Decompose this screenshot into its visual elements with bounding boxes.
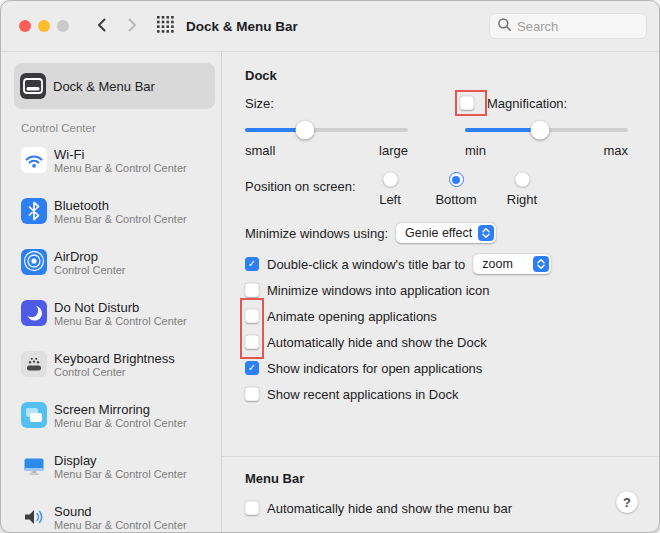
sidebar-item-subtitle: Menu Bar & Control Center	[54, 162, 187, 175]
show-indicators-label: Show indicators for open applications	[267, 361, 482, 376]
option-show-indicators: Show indicators for open applications	[245, 355, 629, 381]
chevron-right-icon	[124, 16, 140, 37]
sidebar-item-subtitle: Menu Bar & Control Center	[54, 315, 187, 328]
magnification-label: Magnification:	[487, 96, 567, 111]
popup-value: zoom	[482, 257, 513, 271]
sidebar-item-label: Sound	[54, 504, 187, 519]
option-show-recent: Show recent applications in Dock	[245, 381, 629, 407]
sidebar-item-do-not-disturb[interactable]: Do Not Disturb Menu Bar & Control Center	[1, 298, 221, 349]
autohide-dock-checkbox[interactable]	[245, 335, 259, 349]
magnification-checkbox[interactable]	[460, 96, 474, 110]
help-button[interactable]: ?	[616, 491, 638, 513]
sidebar-item-display[interactable]: Display Menu Bar & Control Center	[1, 451, 221, 502]
sidebar-item-keyboard-brightness[interactable]: Keyboard Brightness Control Center	[1, 349, 221, 400]
menu-bar-heading: Menu Bar	[245, 471, 637, 486]
minimize-into-icon-checkbox[interactable]	[245, 283, 259, 297]
sidebar-item-screen-mirroring[interactable]: Screen Mirroring Menu Bar & Control Cent…	[1, 400, 221, 451]
option-minimize-into-icon: Minimize windows into application icon	[245, 277, 629, 303]
question-mark-icon: ?	[623, 495, 631, 510]
autohide-menu-bar-label: Automatically hide and show the menu bar	[267, 501, 512, 516]
double-click-checkbox[interactable]	[245, 257, 259, 271]
keyboard-brightness-icon	[21, 351, 47, 377]
search-field[interactable]	[489, 13, 647, 39]
option-animate-opening: Animate opening applications	[245, 303, 629, 329]
sidebar-item-label: Bluetooth	[54, 198, 187, 213]
radio-right-label: Right	[507, 192, 537, 207]
option-autohide-dock: Automatically hide and show the Dock	[245, 329, 629, 355]
sidebar-item-bluetooth[interactable]: Bluetooth Menu Bar & Control Center	[1, 196, 221, 247]
minimize-using-label: Minimize windows using:	[245, 226, 388, 241]
sidebar-item-dock-menu-bar[interactable]: Dock & Menu Bar	[14, 63, 215, 109]
window-title: Dock & Menu Bar	[186, 19, 298, 34]
show-all-button[interactable]	[157, 16, 174, 36]
radio-left[interactable]	[383, 172, 398, 187]
double-click-action-popup[interactable]: zoom	[473, 254, 551, 274]
position-option-left[interactable]: Left	[357, 170, 423, 207]
size-slider[interactable]	[245, 119, 408, 141]
minimize-effect-popup[interactable]: Genie effect	[396, 223, 496, 243]
show-recent-label: Show recent applications in Dock	[267, 387, 459, 402]
sidebar-item-airdrop[interactable]: AirDrop Control Center	[1, 247, 221, 298]
screen-mirroring-icon	[21, 402, 47, 428]
popup-stepper-icon	[478, 225, 494, 241]
minimize-into-icon-label: Minimize windows into application icon	[267, 283, 490, 298]
dock-section: Dock Size: Magnification:	[222, 52, 659, 456]
bluetooth-icon	[21, 198, 47, 224]
sidebar-item-subtitle: Menu Bar & Control Center	[54, 213, 187, 226]
app-grid-icon	[157, 16, 174, 36]
magnification-min-label: min	[465, 143, 486, 158]
show-recent-checkbox[interactable]	[245, 387, 259, 401]
title-bar: Dock & Menu Bar	[1, 1, 659, 52]
sidebar-item-subtitle: Menu Bar & Control Center	[54, 468, 187, 481]
close-button[interactable]	[19, 20, 31, 32]
animate-opening-label: Animate opening applications	[267, 309, 437, 324]
sidebar-item-label: Display	[54, 453, 187, 468]
sidebar-item-subtitle: Control Center	[54, 264, 126, 277]
sidebar-item-label: Keyboard Brightness	[54, 351, 175, 366]
magnification-slider[interactable]	[465, 119, 628, 141]
display-icon	[21, 453, 47, 479]
radio-bottom[interactable]	[449, 172, 464, 187]
annotation-box-magnification	[455, 90, 487, 116]
wifi-icon	[21, 147, 47, 173]
radio-right[interactable]	[515, 172, 530, 187]
option-double-click-title-bar: Double-click a window's title bar to zoo…	[245, 251, 629, 277]
position-radio-group: Left Bottom Right	[357, 170, 555, 207]
double-click-label: Double-click a window's title bar to	[267, 257, 465, 272]
slider-fill	[465, 128, 540, 132]
autohide-menu-bar-checkbox[interactable]	[245, 501, 259, 515]
position-option-right[interactable]: Right	[489, 170, 555, 207]
sidebar-item-subtitle: Menu Bar & Control Center	[54, 519, 187, 532]
sidebar-item-subtitle: Menu Bar & Control Center	[54, 417, 187, 430]
search-input[interactable]	[517, 19, 639, 34]
chevron-left-icon	[94, 16, 110, 37]
slider-thumb[interactable]	[530, 121, 549, 140]
sidebar-item-label: Wi-Fi	[54, 147, 187, 162]
moon-icon	[21, 300, 47, 326]
size-max-label: large	[379, 143, 408, 158]
dock-menu-bar-icon	[20, 73, 46, 99]
position-label: Position on screen:	[245, 170, 357, 207]
minimize-button[interactable]	[38, 20, 50, 32]
menu-bar-section: Menu Bar Automatically hide and show the…	[222, 456, 659, 532]
main-panel: Dock Size: Magnification:	[222, 52, 659, 532]
airdrop-icon	[21, 249, 47, 275]
sidebar-item-label: Dock & Menu Bar	[53, 79, 155, 94]
show-indicators-checkbox[interactable]	[245, 361, 259, 375]
slider-thumb[interactable]	[296, 121, 315, 140]
popup-stepper-icon	[533, 256, 549, 272]
sidebar-item-label: Screen Mirroring	[54, 402, 187, 417]
sidebar-section-header: Control Center	[21, 122, 221, 134]
dock-options-list: Double-click a window's title bar to zoo…	[245, 251, 629, 407]
back-button[interactable]	[91, 15, 113, 37]
size-min-label: small	[245, 143, 275, 158]
animate-opening-checkbox[interactable]	[245, 309, 259, 323]
sidebar-item-sound[interactable]: Sound Menu Bar & Control Center	[1, 502, 221, 532]
sidebar-item-wifi[interactable]: Wi-Fi Menu Bar & Control Center	[1, 145, 221, 196]
autohide-dock-label: Automatically hide and show the Dock	[267, 335, 487, 350]
forward-button[interactable]	[121, 15, 143, 37]
sidebar-item-label: AirDrop	[54, 249, 126, 264]
position-option-bottom[interactable]: Bottom	[423, 170, 489, 207]
traffic-lights	[19, 20, 69, 32]
preferences-window: Dock & Menu Bar Dock & Menu Bar Control …	[0, 0, 660, 533]
